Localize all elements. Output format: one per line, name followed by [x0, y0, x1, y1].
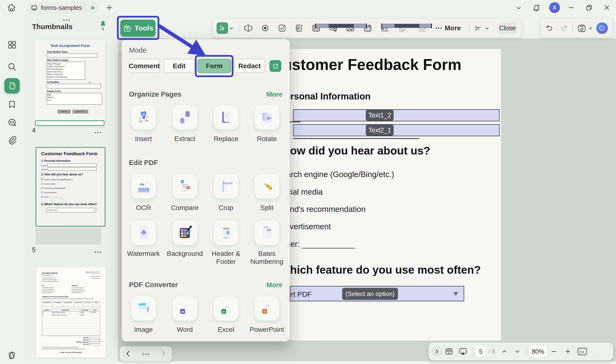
select-tool-button[interactable] — [217, 22, 228, 34]
sidebar-item-stamps[interactable] — [5, 348, 19, 362]
thumbnail-page-4[interactable]: Task Assignment Form Team Member Name: S… — [35, 40, 105, 127]
forward-chevron-icon[interactable] — [160, 350, 167, 357]
tool-convert-excel[interactable]: X — [214, 296, 238, 321]
save-button[interactable] — [577, 24, 587, 33]
expand-bar-button[interactable] — [432, 346, 442, 357]
undo-button[interactable] — [545, 24, 554, 32]
tool-background[interactable] — [173, 221, 197, 245]
alignment-dropdown[interactable] — [484, 26, 490, 31]
panel-drag-handle[interactable] — [63, 17, 70, 22]
minus-icon — [551, 348, 557, 355]
notifications-button[interactable] — [531, 2, 542, 13]
p4-title: Task Assignment Form — [35, 43, 105, 48]
next-page-button[interactable] — [511, 346, 524, 357]
form-field-text2[interactable] — [293, 124, 500, 136]
tool-compare[interactable] — [173, 174, 197, 198]
p4-mini-checkbox — [89, 82, 90, 83]
tool-header-footer[interactable] — [214, 221, 238, 245]
combo-box-icon — [295, 24, 304, 33]
pin-button[interactable] — [98, 21, 108, 32]
organize-more-link[interactable]: More — [266, 91, 282, 98]
form-field-dropdown[interactable]: Convert PDF (Select an option) — [290, 286, 464, 301]
home-button[interactable] — [6, 2, 17, 13]
p5-opt-row: Friend's recommendation — [41, 187, 66, 189]
dd-arrow — [93, 209, 95, 210]
thumbnail-page-6[interactable]: [Company Name] INVOICE TO: SHIP TO: COMM… — [36, 267, 106, 357]
p4-menu-button[interactable] — [94, 130, 102, 134]
mode-redact[interactable]: Redact — [234, 59, 265, 73]
p5-menu-button[interactable] — [94, 249, 102, 254]
tool-insert[interactable] — [131, 105, 156, 130]
converter-more-link[interactable]: More — [266, 281, 282, 289]
tabs-dropdown-button[interactable] — [515, 4, 523, 12]
text-field-icon — [244, 24, 253, 33]
page-number-input[interactable]: 5 — [476, 346, 486, 357]
alignment-tool[interactable] — [474, 24, 482, 33]
mode-comment[interactable]: Comment — [128, 59, 160, 73]
svg-text:A: A — [266, 116, 269, 121]
sidebar-item-apps[interactable] — [5, 38, 19, 52]
sidebar-item-comments[interactable] — [5, 116, 19, 130]
more-tools-button[interactable]: More — [434, 24, 461, 32]
thumbnails-panel: Thumbnails Task Assignment Form Team Mem… — [24, 15, 118, 361]
history-menu-button[interactable] — [142, 351, 150, 356]
sidebar-item-bookmarks[interactable] — [5, 98, 19, 111]
avatar[interactable]: X — [549, 2, 560, 13]
restore-button[interactable] — [584, 3, 594, 13]
new-tab-button[interactable] — [105, 3, 113, 12]
select-tool-dropdown[interactable] — [229, 26, 234, 31]
close-mode-button[interactable]: Close — [498, 23, 517, 34]
iv-to: TO: — [42, 285, 44, 286]
open-mode-external-button[interactable] — [269, 60, 281, 72]
cursor-icon — [219, 25, 226, 32]
p4-task: Design Homepage — [47, 63, 84, 65]
tool-bates-numbering[interactable]: 000123 — [255, 221, 279, 245]
iv-company: [Company Name] — [42, 272, 58, 274]
radio-button-tool[interactable] — [261, 24, 270, 33]
zoom-level-input[interactable]: 80% — [529, 346, 547, 357]
tool-convert-word[interactable]: W — [173, 296, 197, 321]
mode-edit[interactable]: Edit — [164, 59, 195, 73]
zoom-out-button[interactable] — [547, 346, 561, 357]
tool-split[interactable] — [255, 174, 279, 198]
tool-extract[interactable] — [173, 105, 197, 130]
ai-assistant-button[interactable] — [596, 22, 608, 34]
actual-size-button[interactable]: 1:1 — [575, 346, 590, 357]
sidebar-item-attachments[interactable] — [5, 133, 19, 147]
back-chevron-icon[interactable] — [125, 350, 132, 357]
close-window-button[interactable] — [602, 3, 612, 13]
undo-icon — [546, 24, 554, 32]
checkbox-tool[interactable] — [278, 24, 287, 33]
zoom-in-button[interactable] — [561, 346, 575, 357]
text-field-tool[interactable] — [244, 24, 253, 33]
sidebar-item-thumbnails[interactable] — [4, 78, 20, 93]
document-page[interactable]: Customer Feedback Form 1. Personal Infor… — [290, 49, 501, 340]
presentation-button[interactable] — [456, 346, 470, 357]
toolbar-divider — [239, 24, 239, 32]
sidebar-item-search[interactable] — [5, 60, 19, 74]
tool-watermark[interactable] — [131, 221, 156, 245]
tab-title: forms-samples — [41, 4, 82, 12]
tool-convert-ppt[interactable]: P — [255, 296, 279, 321]
p5-name-field — [47, 164, 97, 167]
tool-rotate[interactable]: A — [255, 105, 279, 130]
document-tab[interactable]: forms-samples — [27, 2, 98, 14]
minimize-button[interactable] — [566, 3, 576, 12]
p5-opt-row: Advertisement — [41, 192, 56, 194]
prev-page-button[interactable] — [498, 346, 511, 357]
save-dropdown[interactable] — [588, 26, 593, 31]
redo-button[interactable] — [560, 24, 568, 32]
tool-label-split: Split — [246, 204, 287, 212]
tool-replace[interactable] — [214, 105, 238, 130]
tool-ocr[interactable]: Aa — [131, 174, 156, 198]
radio-button-icon — [261, 24, 270, 33]
tool-crop[interactable] — [214, 174, 238, 198]
dropdown-caret[interactable] — [453, 292, 458, 296]
chevron-down-icon — [515, 5, 522, 11]
form-field-text1[interactable] — [293, 109, 500, 121]
combo-box-tool[interactable] — [295, 24, 304, 33]
tool-convert-image[interactable] — [131, 296, 156, 321]
statusbar-divider — [526, 347, 527, 356]
two-page-view-button[interactable] — [442, 346, 456, 357]
thumbnail-page-5[interactable]: Customer Feedback Form 1. Personal Infor… — [36, 147, 105, 227]
